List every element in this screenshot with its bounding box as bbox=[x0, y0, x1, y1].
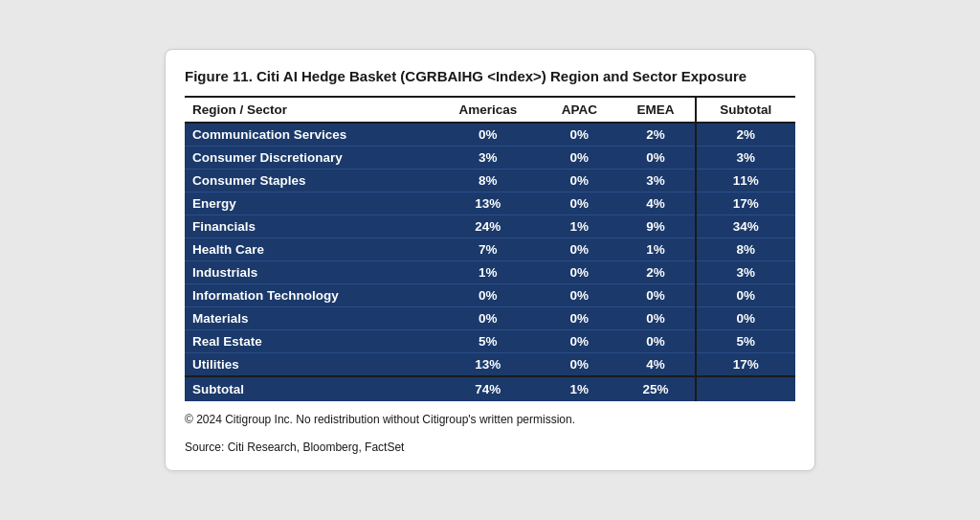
footer-label: Subtotal bbox=[185, 376, 434, 401]
cell-apac: 0% bbox=[542, 283, 616, 306]
cell-emea: 0% bbox=[616, 306, 695, 329]
cell-emea: 1% bbox=[616, 237, 695, 260]
cell-americas: 7% bbox=[434, 237, 542, 260]
cell-americas: 0% bbox=[434, 306, 542, 329]
cell-americas: 3% bbox=[434, 146, 542, 169]
table-row: Industrials 1% 0% 2% 3% bbox=[185, 260, 795, 283]
table-row: Information Technology 0% 0% 0% 0% bbox=[185, 283, 795, 306]
cell-sector: Utilities bbox=[185, 352, 434, 376]
table-row: Health Care 7% 0% 1% 8% bbox=[185, 237, 795, 260]
cell-americas: 0% bbox=[434, 283, 542, 306]
cell-apac: 0% bbox=[542, 192, 616, 215]
table-row: Financials 24% 1% 9% 34% bbox=[185, 215, 795, 237]
cell-emea: 2% bbox=[616, 260, 695, 283]
figure-card: Figure 11. Citi AI Hedge Basket (CGRBAIH… bbox=[165, 49, 815, 471]
cell-emea: 9% bbox=[616, 215, 695, 237]
cell-emea: 0% bbox=[616, 329, 695, 352]
cell-subtotal: 8% bbox=[696, 237, 795, 260]
cell-americas: 5% bbox=[434, 329, 542, 352]
cell-sector: Communication Services bbox=[185, 123, 434, 147]
cell-subtotal: 3% bbox=[696, 146, 795, 169]
cell-americas: 1% bbox=[434, 260, 542, 283]
footer-subtotal bbox=[696, 376, 795, 401]
footer-emea: 25% bbox=[616, 376, 695, 401]
cell-americas: 8% bbox=[434, 169, 542, 192]
cell-apac: 0% bbox=[542, 169, 616, 192]
footer-americas: 74% bbox=[434, 376, 542, 401]
cell-apac: 1% bbox=[542, 215, 616, 237]
cell-subtotal: 5% bbox=[696, 329, 795, 352]
table-row: Consumer Staples 8% 0% 3% 11% bbox=[185, 169, 795, 192]
cell-sector: Energy bbox=[185, 192, 434, 215]
cell-subtotal: 17% bbox=[696, 352, 795, 376]
cell-apac: 0% bbox=[542, 352, 616, 376]
cell-apac: 0% bbox=[542, 306, 616, 329]
cell-emea: 4% bbox=[616, 192, 695, 215]
cell-subtotal: 2% bbox=[696, 123, 795, 147]
col-header-subtotal: Subtotal bbox=[696, 97, 795, 123]
col-header-sector: Region / Sector bbox=[185, 97, 434, 123]
cell-sector: Materials bbox=[185, 306, 434, 329]
col-header-apac: APAC bbox=[542, 97, 616, 123]
cell-subtotal: 34% bbox=[696, 215, 795, 237]
cell-emea: 4% bbox=[616, 352, 695, 376]
cell-sector: Industrials bbox=[185, 260, 434, 283]
cell-subtotal: 11% bbox=[696, 169, 795, 192]
cell-sector: Real Estate bbox=[185, 329, 434, 352]
cell-americas: 24% bbox=[434, 215, 542, 237]
table-row: Real Estate 5% 0% 0% 5% bbox=[185, 329, 795, 352]
cell-americas: 13% bbox=[434, 352, 542, 376]
table-row: Materials 0% 0% 0% 0% bbox=[185, 306, 795, 329]
cell-americas: 13% bbox=[434, 192, 542, 215]
cell-emea: 0% bbox=[616, 146, 695, 169]
col-header-emea: EMEA bbox=[616, 97, 695, 123]
table-footer-row: Subtotal 74% 1% 25% bbox=[185, 376, 795, 401]
col-header-americas: Americas bbox=[434, 97, 542, 123]
cell-apac: 0% bbox=[542, 260, 616, 283]
footer-apac: 1% bbox=[542, 376, 616, 401]
cell-emea: 3% bbox=[616, 169, 695, 192]
data-table: Region / Sector Americas APAC EMEA Subto… bbox=[185, 96, 795, 401]
table-row: Consumer Discretionary 3% 0% 0% 3% bbox=[185, 146, 795, 169]
cell-emea: 2% bbox=[616, 123, 695, 147]
cell-apac: 0% bbox=[542, 329, 616, 352]
footer-source: Source: Citi Research, Bloomberg, FactSe… bbox=[185, 439, 795, 457]
table-header-row: Region / Sector Americas APAC EMEA Subto… bbox=[185, 97, 795, 123]
cell-americas: 0% bbox=[434, 123, 542, 147]
cell-sector: Health Care bbox=[185, 237, 434, 260]
cell-apac: 0% bbox=[542, 123, 616, 147]
cell-apac: 0% bbox=[542, 146, 616, 169]
table-row: Energy 13% 0% 4% 17% bbox=[185, 192, 795, 215]
cell-subtotal: 3% bbox=[696, 260, 795, 283]
cell-subtotal: 0% bbox=[696, 306, 795, 329]
cell-sector: Consumer Staples bbox=[185, 169, 434, 192]
cell-sector: Information Technology bbox=[185, 283, 434, 306]
cell-emea: 0% bbox=[616, 283, 695, 306]
table-row: Communication Services 0% 0% 2% 2% bbox=[185, 123, 795, 147]
cell-sector: Consumer Discretionary bbox=[185, 146, 434, 169]
cell-subtotal: 0% bbox=[696, 283, 795, 306]
table-row: Utilities 13% 0% 4% 17% bbox=[185, 352, 795, 376]
cell-subtotal: 17% bbox=[696, 192, 795, 215]
cell-apac: 0% bbox=[542, 237, 616, 260]
footer-copyright: © 2024 Citigroup Inc. No redistribution … bbox=[185, 411, 795, 429]
figure-title: Figure 11. Citi AI Hedge Basket (CGRBAIH… bbox=[185, 67, 795, 86]
cell-sector: Financials bbox=[185, 215, 434, 237]
